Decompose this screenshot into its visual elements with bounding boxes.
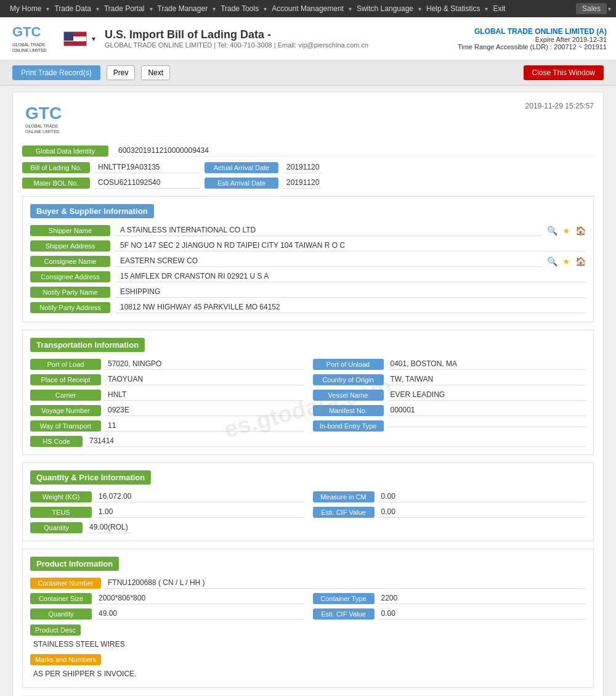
top-navigation: My Home ▾ Trade Data ▾ Trade Portal ▾ Tr…: [0, 0, 616, 17]
country-origin-row: Country of Origin TW, TAIWAN: [313, 374, 586, 385]
voyage-number-value: 0923E: [105, 404, 304, 416]
logo: GTC GLOBAL TRADE ONLINE LIMITED: [9, 23, 59, 55]
print-button-top[interactable]: Print Trade Record(s): [12, 65, 100, 80]
nav-item-my-home[interactable]: My Home: [5, 4, 46, 13]
port-unload-row: Port of Unload 0401, BOSTON, MA: [313, 358, 586, 370]
quantity-price-section: Quantity & Price Information Weight (KG)…: [22, 462, 594, 541]
header-right: GLOBAL TRADE ONLINE LIMITED (A) Expire A…: [458, 27, 607, 51]
bol-no-value: HNLTTP19A03135: [95, 162, 200, 173]
record-date: 2019-11-29 15:25:57: [525, 102, 594, 110]
home-icon[interactable]: 🏠: [575, 226, 586, 235]
consignee-name-value: EASTERN SCREW CO: [115, 255, 542, 267]
home-icon2[interactable]: 🏠: [575, 256, 586, 266]
product-section: Product Information Container Number FTN…: [22, 549, 594, 688]
teus-row: TEUS 1.00: [30, 506, 304, 518]
in-bond-value: [387, 424, 586, 427]
nav-item-trade-tools[interactable]: Trade Tools: [216, 4, 264, 13]
shipper-name-value: A STAINLESS INTERNATIONAL CO LTD: [115, 224, 542, 236]
port-load-label: Port of Load: [30, 359, 101, 370]
qty-row: Quantity 49.00(ROL): [30, 522, 586, 533]
notify-name-value: ESHIPPING: [115, 286, 586, 298]
expire-date: Expire After 2019-12-31: [458, 36, 607, 43]
port-load-row: Port of Load 57020, NINGPO: [30, 358, 304, 370]
company-subtitle: GLOBAL TRADE ONLINE LIMITED | Tel: 400-7…: [105, 41, 368, 49]
notify-name-row: Notify Party Name ESHIPPING: [30, 286, 586, 298]
prod-esti-cif-row: Esti. CIF Value 0.00: [313, 608, 586, 620]
actual-arrival-value: 20191120: [283, 162, 322, 173]
container-size-row: Container Size 2000*806*800: [30, 592, 304, 604]
shipper-address-row: Shipper Address 5F NO 147 SEC 2 JIANGUO …: [30, 240, 586, 252]
star-icon[interactable]: ★: [562, 226, 570, 235]
in-bond-row: In-bond Entry Type: [313, 420, 586, 432]
prev-button-top[interactable]: Prev: [107, 65, 136, 80]
buyer-supplier-header: Buyer & Supplier Information: [30, 204, 154, 218]
shipper-address-value: 5F NO 147 SEC 2 JIANGUO N RD TAIPEI CITY…: [115, 240, 586, 252]
master-bol-value: COSU6211092540: [95, 177, 200, 189]
carrier-row: Carrier HNLT: [30, 389, 304, 401]
measure-value: 0.00: [378, 491, 586, 502]
vessel-name-label: Vessel Name: [313, 390, 384, 401]
container-type-label: Container Type: [313, 593, 375, 604]
manifest-row: Manifest No. 000001: [313, 404, 586, 416]
nav-item-trade-manager[interactable]: Trade Manager: [153, 4, 213, 13]
product-desc-value: STAINLESS STEEL WIRES: [30, 638, 586, 650]
consignee-name-row: Consignee Name EASTERN SCREW CO 🔍 ★ 🏠: [30, 255, 586, 267]
notify-address-label: Notify Party Address: [30, 302, 110, 313]
nav-item-trade-data[interactable]: Trade Data: [49, 4, 96, 13]
next-button-top[interactable]: Next: [141, 65, 170, 80]
teus-value: 1.00: [95, 506, 304, 518]
container-type-row: Container Type 2200: [313, 592, 586, 604]
way-transport-row: Way of Transport 11: [30, 420, 304, 432]
consignee-address-value: 15 AMFLEX DR CRANSTON RI 02921 U S A: [115, 271, 586, 282]
container-number-value: FTNU1200688 ( CN / L / HH ): [105, 577, 586, 589]
global-data-identity-label: Global Data Identity: [22, 145, 108, 157]
search-icon2[interactable]: 🔍: [547, 256, 557, 266]
nav-item-account-mgmt[interactable]: Account Management: [267, 4, 349, 13]
weight-row: Weight (KG) 16,072.00: [30, 491, 304, 502]
record-logo: GTC GLOBAL TRADE ONLINE LIMITED: [22, 102, 102, 137]
product-desc-block: Product Desc STAINLESS STEEL WIRES: [30, 624, 586, 650]
consignee-name-label: Consignee Name: [30, 256, 110, 267]
vessel-name-value: EVER LEADING: [387, 389, 586, 401]
global-data-identity-row: Global Data Identity 6003201911210000009…: [22, 145, 594, 157]
dropdown-arrow[interactable]: ▾: [92, 35, 95, 43]
nav-item-help-stats[interactable]: Help & Statistics: [421, 4, 485, 13]
measure-label: Measure in CM: [313, 491, 375, 502]
svg-text:ONLINE LIMITED: ONLINE LIMITED: [25, 129, 60, 134]
marks-label: Marks and Numbers: [30, 654, 101, 665]
nav-item-exit[interactable]: Exit: [488, 4, 510, 13]
actual-arrival-label: Actual Arrival Date: [205, 162, 278, 173]
search-icon[interactable]: 🔍: [547, 226, 557, 235]
marks-value: AS PER SHIPPER S INVOICE.: [30, 668, 586, 680]
notify-address-row: Notify Party Address 10812 NW HIGHWAY 45…: [30, 301, 586, 313]
place-receipt-label: Place of Receipt: [30, 374, 101, 385]
in-bond-label: In-bond Entry Type: [313, 420, 384, 432]
nav-item-switch-lang[interactable]: Switch Language: [352, 4, 418, 13]
buyer-supplier-section: Buyer & Supplier Information Shipper Nam…: [22, 196, 594, 322]
country-origin-label: Country of Origin: [313, 374, 384, 385]
way-transport-value: 11: [105, 420, 304, 432]
nav-item-trade-portal[interactable]: Trade Portal: [99, 4, 150, 13]
hs-code-label: HS Code: [30, 436, 83, 447]
close-button-top[interactable]: Close This Window: [524, 65, 604, 80]
marks-block: Marks and Numbers AS PER SHIPPER S INVOI…: [30, 654, 586, 680]
container-size-value: 2000*806*800: [95, 592, 304, 604]
measure-row: Measure in CM 0.00: [313, 491, 586, 502]
record-header: GTC GLOBAL TRADE ONLINE LIMITED 2019-11-…: [22, 102, 594, 137]
header-title: U.S. Import Bill of Lading Data - GLOBAL…: [105, 28, 368, 49]
transportation-header: Transportation Information: [30, 338, 145, 352]
weight-label: Weight (KG): [30, 491, 92, 502]
quantity-price-header: Quantity & Price Information: [30, 470, 151, 485]
ldr-range: Time Range Accessible (LDR) : 200712 ~ 2…: [458, 43, 607, 51]
svg-text:GTC: GTC: [12, 24, 41, 39]
logo-area: GTC GLOBAL TRADE ONLINE LIMITED ▾: [9, 23, 95, 55]
master-bol-row: Mater BOL No. COSU6211092540 Esti Arriva…: [22, 177, 594, 189]
main-content: es.gtodata.com GTC GLOBAL TRADE ONLINE L…: [12, 92, 604, 696]
bol-no-label: Bill of Lading No.: [22, 162, 90, 173]
hs-code-value: 731414: [86, 435, 586, 447]
star-icon2[interactable]: ★: [562, 256, 570, 266]
product-header: Product Information: [30, 557, 119, 571]
sales-button[interactable]: Sales: [576, 3, 607, 14]
shipper-name-label: Shipper Name: [30, 225, 110, 236]
right-company-name: GLOBAL TRADE ONLINE LIMITED (A): [458, 27, 607, 36]
